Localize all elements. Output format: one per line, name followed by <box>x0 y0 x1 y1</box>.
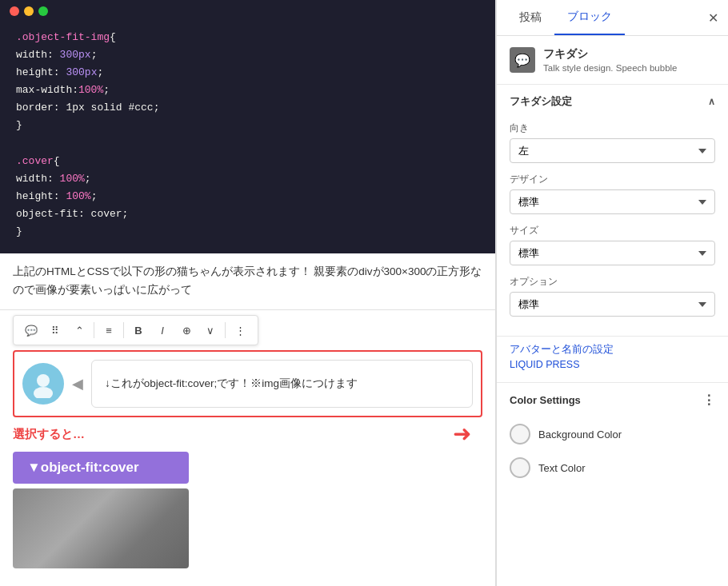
color-settings-title: Color Settings <box>510 394 581 406</box>
code-line-5: border: 1px solid #ccc; <box>16 99 479 117</box>
toolbar-chevron-btn[interactable]: ∨ <box>199 319 222 341</box>
code-block: .object-fit-img{ width: 300px; height: 3… <box>0 16 495 253</box>
design-field: デザイン 標準 <box>510 173 715 214</box>
block-info-text: フキダシ Talk style design. Speech bubble <box>543 47 678 73</box>
avatar-icon <box>29 369 58 398</box>
code-line-9: width: 100%; <box>16 170 479 188</box>
background-color-option[interactable]: Background Color <box>497 417 728 451</box>
code-line-11: object-fit: cover; <box>16 205 479 223</box>
avatar-settings-link[interactable]: アバターと名前の設定 <box>510 343 715 357</box>
toolbar-more-btn[interactable]: ⋮ <box>229 319 251 341</box>
code-line-4: max-width:100%; <box>16 82 479 99</box>
fukidashi-settings-header[interactable]: フキダシ設定 ∧ <box>497 85 728 118</box>
fukidashi-settings-section: フキダシ設定 ∧ 向き 左 デザイン 標準 サイズ 標準 <box>497 85 728 337</box>
svg-point-0 <box>37 374 50 387</box>
annotation-text: 選択すると… <box>13 427 85 442</box>
svg-point-1 <box>34 387 53 398</box>
annotation-area: 選択すると… ➜ <box>0 421 495 448</box>
code-line-10: height: 100%; <box>16 188 479 205</box>
block-icon: 💬 <box>510 47 535 73</box>
background-color-swatch <box>510 424 530 444</box>
toolbar-align-btn[interactable]: ≡ <box>98 319 120 341</box>
settings-links: アバターと名前の設定 LIQUID PRESS <box>497 337 728 383</box>
size-field: サイズ 標準 <box>510 224 715 265</box>
code-line-6: } <box>16 117 479 134</box>
block-title: フキダシ <box>543 47 678 62</box>
speech-bubble-block: ◀ ↓これがobject-fit:cover;です！※img画像につけます <box>13 350 482 417</box>
tab-post[interactable]: 投稿 <box>506 1 554 34</box>
option-label: オプション <box>510 275 715 289</box>
toolbar-drag-btn[interactable]: ⠿ <box>44 319 66 341</box>
toolbar-sep-3 <box>225 322 226 338</box>
purple-heading-block: ▼object-fit:cover <box>13 452 189 484</box>
image-inner <box>13 488 189 568</box>
color-settings-section: Color Settings ⋮ Background Color Text C… <box>497 383 728 484</box>
bubble-arrow-icon: ◀ <box>72 375 83 393</box>
toolbar-arrows-btn[interactable]: ⌃ <box>68 319 90 341</box>
code-panel-header <box>0 0 495 16</box>
code-line-8: .cover{ <box>16 153 479 170</box>
close-button[interactable]: ✕ <box>708 10 718 26</box>
direction-label: 向き <box>510 122 715 135</box>
toolbar-italic-btn[interactable]: I <box>151 319 174 341</box>
code-line-2: width: 300px; <box>16 46 479 64</box>
toolbar-sep-1 <box>94 322 94 338</box>
option-select[interactable]: 標準 <box>510 292 715 317</box>
option-field: オプション 標準 <box>510 275 715 317</box>
code-line-3: height: 300px; <box>16 64 479 82</box>
toolbar-bubble-btn[interactable]: 💬 <box>20 319 42 341</box>
avatar <box>22 363 64 405</box>
dot-red <box>10 6 19 16</box>
liquid-press-link[interactable]: LIQUID PRESS <box>510 359 715 370</box>
block-info: 💬 フキダシ Talk style design. Speech bubble <box>497 36 728 85</box>
image-placeholder <box>13 488 189 568</box>
editor-panel: .object-fit-img{ width: 300px; height: 3… <box>0 0 496 586</box>
color-settings-header: Color Settings ⋮ <box>497 383 728 417</box>
fukidashi-settings-title: フキダシ設定 <box>510 94 572 109</box>
tab-block[interactable]: ブロック <box>554 0 625 35</box>
fukidashi-settings-content: 向き 左 デザイン 標準 サイズ 標準 オプション 標準 <box>497 118 728 336</box>
color-settings-more-icon[interactable]: ⋮ <box>702 393 715 408</box>
code-line-12: } <box>16 223 479 241</box>
size-label: サイズ <box>510 224 715 237</box>
block-toolbar: 💬 ⠿ ⌃ ≡ B I ⊕ ∨ ⋮ <box>13 315 258 345</box>
sidebar: 投稿 ブロック ✕ 💬 フキダシ Talk style design. Spee… <box>496 0 728 586</box>
size-select[interactable]: 標準 <box>510 241 715 265</box>
text-content: 上記のHTMLとCSSで以下の形の猫ちゃんが表示されます！ 親要素のdivが30… <box>0 253 495 310</box>
block-description: Talk style design. Speech bubble <box>543 63 678 73</box>
direction-select[interactable]: 左 <box>510 138 715 163</box>
annotation-arrow-icon: ➜ <box>453 421 471 447</box>
code-line-7 <box>16 135 479 153</box>
bubble-text[interactable]: ↓これがobject-fit:cover;です！※img画像につけます <box>91 360 473 408</box>
toolbar-sep-2 <box>123 322 124 338</box>
design-label: デザイン <box>510 173 715 186</box>
sidebar-tabs: 投稿 ブロック ✕ <box>497 0 728 36</box>
text-color-swatch <box>510 457 530 478</box>
dot-yellow <box>24 6 34 16</box>
chevron-up-icon: ∧ <box>708 96 715 107</box>
background-color-label: Background Color <box>538 429 622 440</box>
design-select[interactable]: 標準 <box>510 189 715 214</box>
toolbar-link-btn[interactable]: ⊕ <box>175 319 198 341</box>
direction-field: 向き 左 <box>510 122 715 163</box>
code-line-1: .object-fit-img{ <box>16 29 479 46</box>
text-color-label: Text Color <box>538 462 586 474</box>
toolbar-bold-btn[interactable]: B <box>127 319 150 341</box>
dot-green <box>38 6 48 16</box>
text-color-option[interactable]: Text Color <box>497 451 728 484</box>
